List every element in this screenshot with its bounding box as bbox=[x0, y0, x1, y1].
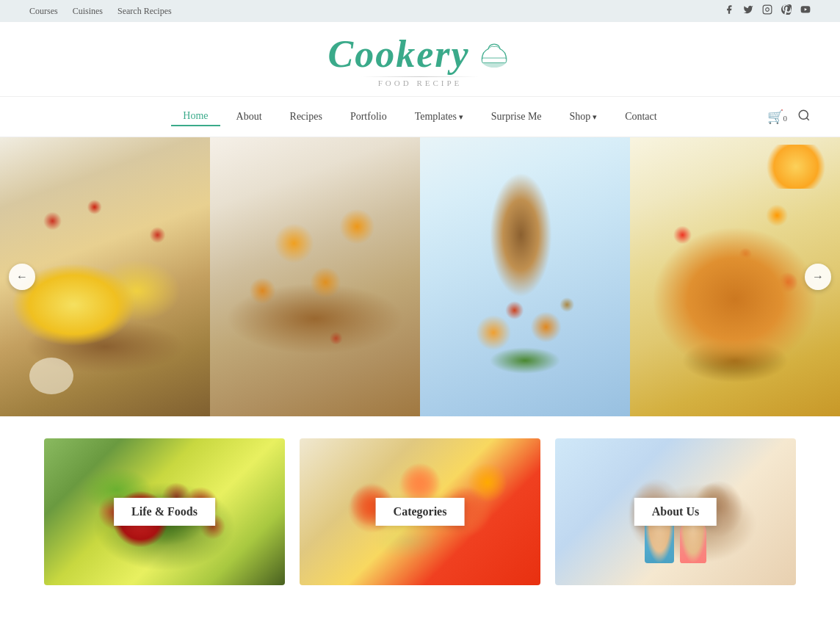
youtube-icon[interactable] bbox=[800, 4, 811, 18]
main-nav: Home About Recipes Portfolio Templates S… bbox=[0, 96, 840, 137]
category-label-3: About Us bbox=[634, 498, 717, 526]
chef-hat-icon bbox=[476, 38, 513, 71]
instagram-icon[interactable] bbox=[762, 4, 772, 18]
nav-recipes[interactable]: Recipes bbox=[278, 108, 334, 126]
svg-point-5 bbox=[799, 110, 808, 119]
svg-rect-4 bbox=[482, 58, 506, 63]
category-card-life-foods[interactable]: Life & Foods bbox=[44, 438, 285, 585]
slide-2 bbox=[210, 137, 420, 416]
svg-line-6 bbox=[806, 117, 808, 120]
cart-count: 0 bbox=[783, 114, 788, 123]
top-bar: Courses Cuisines Search Recipes bbox=[0, 0, 840, 22]
logo-subtitle: FOOD RECIPE bbox=[378, 79, 463, 87]
search-icon[interactable] bbox=[797, 109, 811, 125]
nav-templates[interactable]: Templates bbox=[403, 108, 475, 126]
category-card-categories[interactable]: Categories bbox=[300, 438, 540, 585]
category-card-about-us[interactable]: About Us bbox=[555, 438, 796, 585]
topbar-search-recipes[interactable]: Search Recipes bbox=[117, 6, 172, 17]
topbar-courses[interactable]: Courses bbox=[29, 6, 58, 17]
twitter-icon[interactable] bbox=[743, 4, 753, 18]
header: Cookery FOOD RECIPE bbox=[0, 22, 840, 96]
nav-right: 🛒0 bbox=[767, 109, 811, 125]
slider-next-button[interactable]: → bbox=[805, 264, 831, 290]
nav-contact[interactable]: Contact bbox=[613, 108, 669, 126]
nav-portfolio[interactable]: Portfolio bbox=[338, 108, 399, 126]
nav-about[interactable]: About bbox=[225, 108, 274, 126]
nav-shop[interactable]: Shop bbox=[558, 108, 609, 126]
pinterest-icon[interactable] bbox=[781, 4, 792, 18]
slide-3 bbox=[420, 137, 630, 416]
svg-rect-0 bbox=[763, 5, 772, 14]
slider-images bbox=[0, 137, 840, 416]
top-bar-nav: Courses Cuisines Search Recipes bbox=[29, 6, 172, 17]
topbar-cuisines[interactable]: Cuisines bbox=[73, 6, 103, 17]
nav-surprise-me[interactable]: Surprise Me bbox=[479, 108, 554, 126]
logo-title: Cookery bbox=[327, 35, 469, 73]
facebook-icon[interactable] bbox=[724, 4, 734, 18]
category-label-1: Life & Foods bbox=[114, 498, 215, 526]
slider-prev-button[interactable]: ← bbox=[9, 264, 35, 290]
logo-line bbox=[361, 76, 479, 77]
cart-icon[interactable]: 🛒0 bbox=[767, 109, 788, 125]
nav-home[interactable]: Home bbox=[171, 107, 220, 126]
slider: ← → bbox=[0, 137, 840, 416]
logo-container[interactable]: Cookery FOOD RECIPE bbox=[327, 35, 512, 87]
category-label-2: Categories bbox=[376, 498, 465, 526]
top-bar-social bbox=[724, 4, 811, 18]
categories-section: Life & Foods Categories About Us bbox=[0, 416, 840, 607]
